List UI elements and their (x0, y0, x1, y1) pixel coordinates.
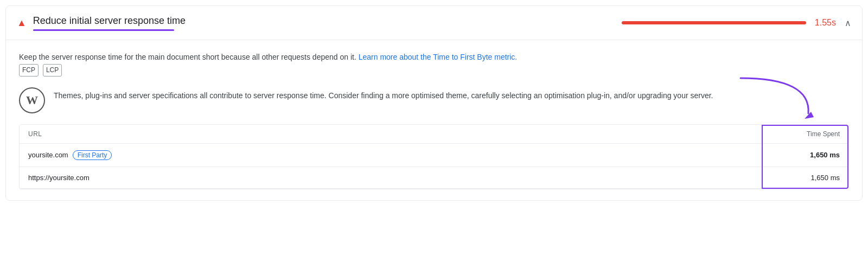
row-url-cell: https://yoursite.com (28, 174, 90, 182)
table-header-row: URL Time Spent (20, 125, 848, 144)
col-time-label: Time Spent (775, 130, 840, 138)
audit-title-underline (33, 29, 174, 31)
row-time-cell: 1,650 ms (775, 174, 840, 182)
collapse-chevron-icon[interactable]: ∧ (845, 18, 851, 28)
learn-more-link[interactable]: Learn more about the Time to First Byte … (359, 53, 518, 61)
row-url-text: https://yoursite.com (28, 174, 90, 182)
table-row: https://yoursite.com 1,650 ms (20, 167, 848, 189)
audit-header-right: 1.55s ∧ (622, 18, 851, 28)
results-table: URL Time Spent yoursite.com First Party … (19, 124, 849, 189)
warning-icon: ▲ (17, 17, 27, 29)
audit-title-block: Reduce initial server response time (33, 15, 186, 31)
audit-score: 1.55s (815, 18, 836, 28)
score-bar (622, 21, 806, 24)
table-row: yoursite.com First Party 1,650 ms (20, 144, 848, 167)
audit-header: ▲ Reduce initial server response time 1.… (6, 6, 862, 40)
row-time-cell: 1,650 ms (775, 151, 840, 159)
description-text-before-link: Keep the server response time for the ma… (19, 53, 359, 61)
wordpress-logo: W (19, 87, 45, 113)
row-url-text: yoursite.com (28, 151, 68, 159)
audit-header-left: ▲ Reduce initial server response time (17, 15, 622, 31)
audit-card: ▲ Reduce initial server response time 1.… (5, 5, 863, 201)
audit-title: Reduce initial server response time (33, 15, 186, 27)
lcp-badge: LCP (43, 64, 62, 77)
row-url-cell: yoursite.com First Party (28, 150, 112, 160)
purple-arrow-annotation (724, 73, 822, 127)
first-party-badge: First Party (73, 150, 112, 160)
audit-body: Keep the server response time for the ma… (6, 40, 862, 200)
col-url-label: URL (28, 130, 42, 138)
table-container: URL Time Spent yoursite.com First Party … (19, 124, 849, 189)
fcp-badge: FCP (19, 64, 39, 77)
wordpress-hint-text: Themes, plug-ins and server specificatio… (54, 87, 713, 101)
